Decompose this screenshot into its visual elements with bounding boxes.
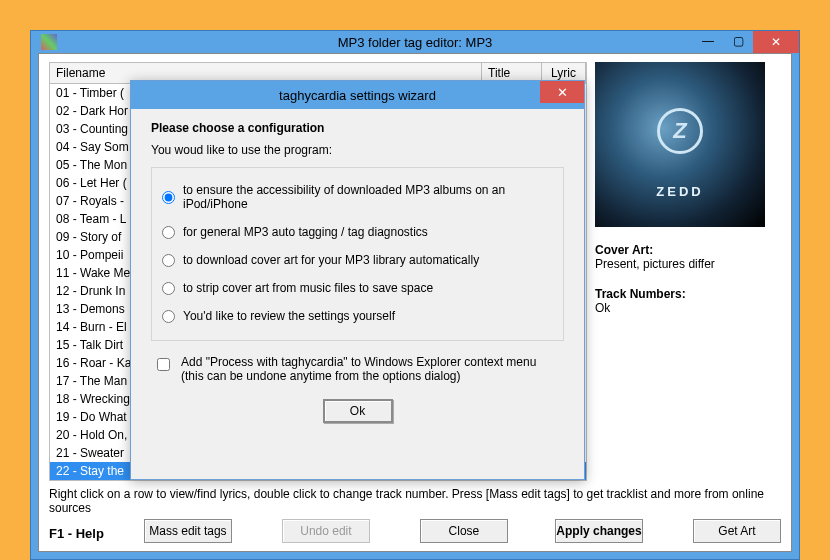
wizard-option-review[interactable]: You'd like to review the settings yourse… <box>160 302 555 330</box>
wizard-heading: Please choose a configuration <box>151 121 564 135</box>
cover-art-label: Cover Art: <box>595 243 781 257</box>
wizard-option-ipod[interactable]: to ensure the accessibility of downloade… <box>160 176 555 218</box>
get-art-button[interactable]: Get Art <box>693 519 781 543</box>
wizard-radio-review[interactable] <box>162 310 175 323</box>
settings-wizard-dialog: taghycardia settings wizard ✕ Please cho… <box>130 80 585 480</box>
maximize-button[interactable]: ▢ <box>723 31 753 51</box>
mass-edit-button[interactable]: Mass edit tags <box>144 519 232 543</box>
wizard-radio-ipod[interactable] <box>162 191 175 204</box>
wizard-radio-general[interactable] <box>162 226 175 239</box>
wizard-titlebar[interactable]: taghycardia settings wizard ✕ <box>131 81 584 109</box>
undo-edit-button[interactable]: Undo edit <box>282 519 370 543</box>
cover-art-value: Present, pictures differ <box>595 257 781 271</box>
wizard-ok-button[interactable]: Ok <box>323 399 393 423</box>
cover-logo-icon: Z <box>657 108 703 154</box>
apply-changes-button[interactable]: Apply changes <box>555 519 643 543</box>
wizard-options-group: to ensure the accessibility of downloade… <box>151 167 564 341</box>
wizard-option-strip-art[interactable]: to strip cover art from music files to s… <box>160 274 555 302</box>
app-icon <box>41 34 57 50</box>
side-panel: Z ZEDD Cover Art: Present, pictures diff… <box>591 62 781 481</box>
help-label: F1 - Help <box>49 526 104 541</box>
titlebar[interactable]: MP3 folder tag editor: MP3 — ▢ ✕ <box>31 31 799 53</box>
wizard-radio-strip-art[interactable] <box>162 282 175 295</box>
wizard-context-menu-option[interactable]: Add "Process with taghycardia" to Window… <box>151 341 564 393</box>
close-app-button[interactable]: Close <box>420 519 508 543</box>
close-button[interactable]: ✕ <box>753 31 799 53</box>
wizard-close-button[interactable]: ✕ <box>540 81 584 103</box>
wizard-title: taghycardia settings wizard <box>131 88 584 103</box>
window-title: MP3 folder tag editor: MP3 <box>31 35 799 50</box>
bottom-bar: F1 - Help Mass edit tags Undo edit Close… <box>49 519 781 543</box>
cover-brand: ZEDD <box>595 184 765 199</box>
wizard-option-download-art[interactable]: to download cover art for your MP3 libra… <box>160 246 555 274</box>
wizard-subtitle: You woud like to use the program: <box>151 143 564 157</box>
wizard-radio-download-art[interactable] <box>162 254 175 267</box>
wizard-option-general[interactable]: for general MP3 auto tagging / tag diagn… <box>160 218 555 246</box>
hint-text: Right click on a row to view/find lyrics… <box>49 487 781 515</box>
minimize-button[interactable]: — <box>693 31 723 51</box>
cover-art[interactable]: Z ZEDD <box>595 62 765 227</box>
track-numbers-label: Track Numbers: <box>595 287 781 301</box>
track-numbers-value: Ok <box>595 301 781 315</box>
wizard-context-menu-checkbox[interactable] <box>157 358 170 371</box>
